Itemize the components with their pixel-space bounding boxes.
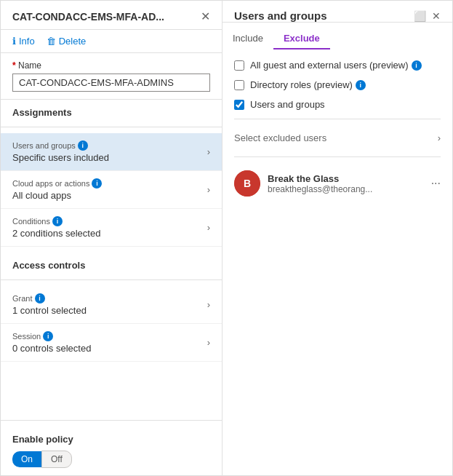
all-guest-info-icon[interactable]: i <box>412 60 422 71</box>
user-avatar: B <box>234 170 260 197</box>
right-header: Users and groups ⬜ ✕ <box>223 1 452 23</box>
right-body: All guest and external users (preview) i… <box>223 49 452 475</box>
assignment-cloud-left: Cloud apps or actions i All cloud apps <box>12 178 102 201</box>
cloud-info-icon[interactable]: i <box>92 178 102 189</box>
user-item: B Break the Glass breaktheglass@theorang… <box>234 164 441 202</box>
name-input[interactable] <box>12 74 210 92</box>
user-name: Break the Glass <box>268 173 424 184</box>
tabs: Include Exclude <box>223 28 452 49</box>
assignment-cloud-label: Cloud apps or actions i <box>12 178 102 189</box>
enable-section: Enable policy On Off <box>1 427 222 475</box>
assignment-users-groups[interactable]: Users and groups i Specific users includ… <box>1 133 222 171</box>
assignment-conditions[interactable]: Conditions i 2 conditions selected › <box>1 209 222 247</box>
separator-2 <box>234 156 441 157</box>
divider-1 <box>1 127 222 127</box>
conditions-info-icon[interactable]: i <box>52 216 63 226</box>
toggle-row: On Off <box>12 451 210 468</box>
separator-1 <box>234 119 441 119</box>
divider-3 <box>1 420 222 421</box>
directory-roles-checkbox[interactable] <box>234 80 244 90</box>
toggle-off-button[interactable]: Off <box>41 451 72 468</box>
directory-roles-label: Directory roles (preview) i <box>250 79 366 90</box>
user-info: Break the Glass breaktheglass@theorang..… <box>268 173 424 194</box>
left-header: CAT-CONDACC-EMS-MFA-AD... ✕ <box>1 1 222 30</box>
svg-text:B: B <box>244 178 251 189</box>
user-more-actions-button[interactable]: ··· <box>431 177 441 190</box>
access-grant[interactable]: Grant i 1 control selected › <box>1 286 222 324</box>
users-chevron-icon: › <box>207 146 210 157</box>
directory-roles-info-icon[interactable]: i <box>356 80 366 90</box>
access-session[interactable]: Session i 0 controls selected › <box>1 324 222 362</box>
session-chevron-icon: › <box>207 337 210 348</box>
info-action[interactable]: ℹ Info <box>12 36 35 47</box>
user-avatar-image: B <box>234 170 260 197</box>
access-session-left: Session i 0 controls selected <box>12 331 91 354</box>
all-guest-label: All guest and external users (preview) i <box>250 60 422 71</box>
user-email: breaktheglass@theorang... <box>268 184 424 194</box>
select-excluded-chevron-icon: › <box>438 132 441 143</box>
cloud-chevron-icon: › <box>207 184 210 195</box>
assignment-cloud-apps[interactable]: Cloud apps or actions i All cloud apps › <box>1 171 222 209</box>
tab-include[interactable]: Include <box>223 28 273 49</box>
enable-label: Enable policy <box>12 434 210 445</box>
all-guest-checkbox[interactable] <box>234 60 244 71</box>
assignment-conditions-value: 2 conditions selected <box>12 228 100 239</box>
conditions-chevron-icon: › <box>207 222 210 233</box>
assignment-conditions-label: Conditions i <box>12 216 100 226</box>
assignment-users-value: Specific users included <box>12 152 109 163</box>
users-groups-label: Users and groups <box>250 99 325 110</box>
right-header-actions: ⬜ ✕ <box>414 10 441 22</box>
access-controls-title: Access controls <box>1 253 222 274</box>
assignment-cloud-value: All cloud apps <box>12 190 102 201</box>
access-grant-left: Grant i 1 control selected <box>12 293 87 316</box>
left-panel: CAT-CONDACC-EMS-MFA-AD... ✕ ℹ Info 🗑 Del… <box>1 1 223 475</box>
name-section: * Name <box>1 53 222 100</box>
toggle-on-button[interactable]: On <box>12 451 41 467</box>
users-info-icon[interactable]: i <box>78 140 88 151</box>
delete-label: Delete <box>59 36 87 47</box>
grant-value: 1 control selected <box>12 305 87 316</box>
info-label: Info <box>19 36 35 47</box>
grant-info-icon[interactable]: i <box>35 293 45 304</box>
maximize-button[interactable]: ⬜ <box>414 10 426 22</box>
session-value: 0 controls selected <box>12 343 91 354</box>
name-field-label: * Name <box>12 60 210 71</box>
session-info-icon[interactable]: i <box>43 331 53 341</box>
divider-2 <box>1 279 222 280</box>
checkbox-all-guest: All guest and external users (preview) i <box>234 60 441 71</box>
select-excluded-label: Select excluded users <box>234 132 326 143</box>
action-bar: ℹ Info 🗑 Delete <box>1 30 222 53</box>
right-panel-title: Users and groups <box>234 9 327 22</box>
select-excluded-users-row[interactable]: Select excluded users › <box>234 127 441 149</box>
assignment-users-label: Users and groups i <box>12 140 109 151</box>
grant-chevron-icon: › <box>207 299 210 310</box>
checkbox-directory-roles: Directory roles (preview) i <box>234 79 441 90</box>
delete-action[interactable]: 🗑 Delete <box>47 36 87 47</box>
close-right-button[interactable]: ✕ <box>432 10 441 22</box>
close-button[interactable]: ✕ <box>201 9 210 23</box>
info-icon: ℹ <box>12 36 16 47</box>
assignment-users-left: Users and groups i Specific users includ… <box>12 140 109 163</box>
grant-label: Grant i <box>12 293 87 304</box>
session-label: Session i <box>12 331 91 341</box>
users-groups-checkbox[interactable] <box>234 100 244 110</box>
assignments-title: Assignments <box>1 100 222 121</box>
policy-title: CAT-CONDACC-EMS-MFA-AD... <box>12 11 164 23</box>
delete-icon: 🗑 <box>47 36 56 47</box>
right-panel: Users and groups ⬜ ✕ Include Exclude All… <box>223 1 452 475</box>
tab-exclude[interactable]: Exclude <box>273 28 330 49</box>
checkbox-users-groups: Users and groups <box>234 99 441 110</box>
assignment-conditions-left: Conditions i 2 conditions selected <box>12 216 100 239</box>
